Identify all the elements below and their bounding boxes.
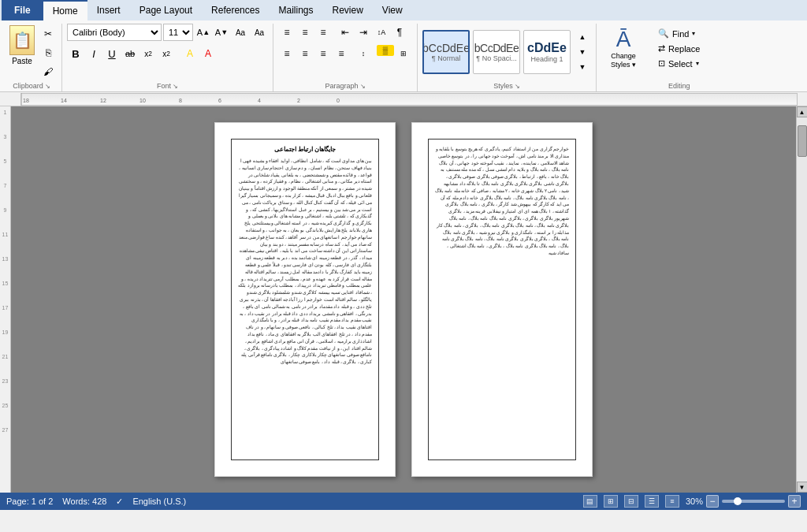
style-heading1-label: Heading 1: [530, 55, 563, 63]
clipboard-label: Clipboard ↘: [6, 80, 57, 91]
paragraph-expand-icon[interactable]: ↘: [360, 83, 366, 90]
page-info: Page: 1 of 2: [6, 497, 53, 506]
vertical-scrollbar[interactable]: ▲ ▼: [796, 106, 807, 493]
sort-button[interactable]: ↕A: [373, 24, 390, 41]
change-styles-group: Ā ChangeStyles ▾: [597, 24, 650, 91]
increase-indent-button[interactable]: ⇥: [355, 24, 372, 41]
style-nospacing-button[interactable]: bCcDdEe ¶ No Spaci...: [473, 30, 520, 74]
status-bar: Page: 1 of 2 Words: 428 ✓ English (U.S.)…: [0, 493, 807, 510]
svg-text:14: 14: [61, 98, 67, 103]
superscript-button[interactable]: x2: [158, 45, 175, 62]
word-count: Words: 428: [62, 497, 106, 506]
page-1-content: بین های مداوی است که ، شامل انظافی ، اوا…: [238, 158, 372, 366]
styles-expand-icon[interactable]: ↘: [515, 83, 520, 90]
change-styles-icon: Ā: [616, 27, 631, 52]
replace-button[interactable]: ⇄ Replace: [655, 42, 703, 55]
underline-button[interactable]: U: [103, 45, 121, 62]
scroll-thumb[interactable]: [798, 125, 807, 157]
svg-text:18: 18: [23, 98, 29, 103]
find-button[interactable]: 🔍 Find ▾: [655, 27, 698, 40]
scroll-up-button[interactable]: ▲: [797, 106, 808, 117]
numbering-button[interactable]: ≡: [296, 24, 314, 41]
format-painter-button[interactable]: 🖌: [39, 63, 57, 80]
borders-button[interactable]: ⊞: [395, 45, 412, 62]
paste-icon: 📋: [9, 25, 35, 55]
view-draft-button[interactable]: ≡: [665, 495, 679, 508]
select-dropdown-icon[interactable]: ▾: [696, 60, 699, 67]
clipboard-group: 📋 Paste ✂ ⎘ 🖌 Clipboard ↘: [2, 24, 62, 91]
tab-page-layout[interactable]: Page Layout: [130, 0, 202, 20]
tab-references[interactable]: References: [202, 0, 269, 20]
align-center-button[interactable]: ≡: [296, 45, 314, 62]
shrink-font-button[interactable]: A▼: [213, 24, 230, 41]
multilevel-list-button[interactable]: ≡: [314, 24, 332, 41]
vertical-ruler: 1 3 5 7 9 11 13 15 17 19 21 23 25 27: [0, 106, 11, 493]
italic-button[interactable]: I: [85, 45, 102, 62]
copy-button[interactable]: ⎘: [39, 44, 57, 61]
style-normal-button[interactable]: bCcDdEe ¶ Normal: [422, 30, 470, 74]
bold-button[interactable]: B: [67, 45, 84, 62]
change-case-button[interactable]: Aa: [251, 24, 268, 41]
decrease-indent-button[interactable]: ⇤: [337, 24, 354, 41]
pages-container[interactable]: جایگاهان ارتباط اجتماعی بین های مداوی اس…: [11, 106, 796, 493]
svg-text:8: 8: [179, 98, 182, 103]
tab-view[interactable]: View: [373, 0, 412, 20]
zoom-thumb[interactable]: [734, 497, 742, 505]
styles-scroll-down[interactable]: ▼: [574, 45, 591, 60]
tab-home[interactable]: Home: [43, 0, 87, 20]
shading-button[interactable]: ▒: [377, 45, 394, 56]
language[interactable]: English (U.S.): [132, 497, 186, 506]
zoom-out-button[interactable]: −: [706, 495, 719, 508]
cut-button[interactable]: ✂: [39, 25, 57, 43]
show-formatting-button[interactable]: ¶: [391, 24, 408, 41]
paragraph-group-label: Paragraph ↘: [278, 80, 412, 91]
svg-text:10: 10: [139, 98, 146, 103]
align-right-button[interactable]: ≡: [314, 45, 332, 62]
styles-expand[interactable]: ▼: [574, 59, 591, 74]
bullets-button[interactable]: ≡: [278, 24, 296, 41]
font-group-label: Font ↘: [67, 80, 268, 91]
clipboard-expand-icon[interactable]: ↘: [45, 83, 50, 90]
align-left-button[interactable]: ≡: [278, 45, 296, 62]
style-heading1-button[interactable]: cDdEe Heading 1: [523, 30, 571, 74]
page-2[interactable]: خوارجم گزاری من از استفاد کنیم، یادگیری …: [411, 122, 593, 477]
tab-review[interactable]: Review: [322, 0, 372, 20]
select-icon: ⊡: [658, 58, 665, 69]
scroll-down-button[interactable]: ▼: [797, 482, 808, 493]
font-expand-icon[interactable]: ↘: [173, 83, 178, 90]
font-color-button[interactable]: A: [199, 45, 217, 62]
styles-scroll-buttons: ▲ ▼ ▼: [574, 30, 591, 74]
view-full-reading-button[interactable]: ⊞: [604, 495, 618, 508]
zoom-in-button[interactable]: +: [788, 495, 801, 508]
line-spacing-button[interactable]: ↕: [355, 45, 372, 62]
font-name-select[interactable]: Calibri (Body): [67, 24, 162, 41]
text-highlight-button[interactable]: A: [181, 45, 199, 62]
change-styles-bottom: [601, 80, 645, 91]
select-button[interactable]: ⊡ Select ▾: [655, 57, 702, 70]
change-styles-button[interactable]: Ā ChangeStyles ▾: [601, 24, 645, 73]
spell-check-icon[interactable]: ✓: [116, 497, 123, 507]
tab-insert[interactable]: Insert: [87, 0, 130, 20]
font-group: Calibri (Body) 11 A▲ A▼ Aa Aa B I U: [62, 24, 273, 91]
grow-font-button[interactable]: A▲: [195, 24, 212, 41]
tab-mailings[interactable]: Mailings: [269, 0, 322, 20]
subscript-button[interactable]: x2: [139, 45, 157, 62]
find-dropdown-icon[interactable]: ▾: [692, 30, 695, 37]
view-outline-button[interactable]: ☰: [645, 495, 659, 508]
strikethrough-button[interactable]: ab: [121, 45, 139, 62]
view-web-button[interactable]: ⊟: [624, 495, 638, 508]
styles-scroll-up[interactable]: ▲: [574, 30, 591, 45]
font-size-select[interactable]: 11: [163, 24, 193, 41]
tab-file[interactable]: File: [2, 0, 43, 20]
paste-label: Paste: [12, 57, 32, 65]
page-1-border: جایگاهان ارتباط اجتماعی بین های مداوی اس…: [231, 139, 379, 460]
zoom-slider[interactable]: [722, 500, 785, 503]
page-2-content: خوارجم گزاری من از استفاد کنیم، یادگیری …: [435, 146, 569, 257]
justify-button[interactable]: ≡: [333, 45, 350, 62]
scroll-track[interactable]: [797, 117, 808, 482]
page-1[interactable]: جایگاهان ارتباط اجتماعی بین های مداوی اس…: [214, 122, 396, 477]
clear-formatting-button[interactable]: Aa: [232, 24, 249, 41]
view-print-button[interactable]: ▤: [583, 495, 597, 508]
change-styles-label: ChangeStyles ▾: [611, 52, 636, 69]
paste-button[interactable]: 📋 Paste: [6, 24, 38, 67]
